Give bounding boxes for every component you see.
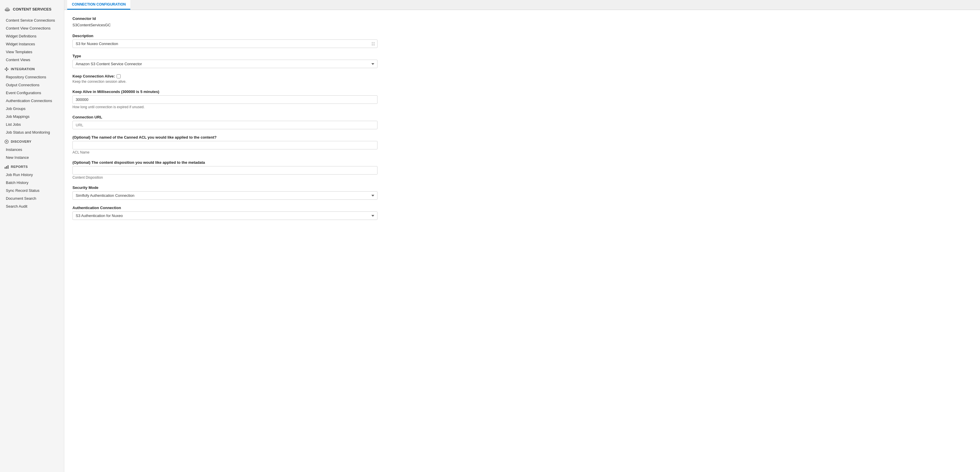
form-area: Connector Id S3ContentServicesGC Descrip…: [64, 10, 386, 232]
keep-alive-ms-field: Keep Alive in Milliseconds (300000 is 5 …: [72, 89, 377, 109]
description-input[interactable]: [72, 40, 377, 48]
sidebar-item-content-service-connections[interactable]: Content Service Connections: [0, 16, 64, 24]
sidebar-item-content-views[interactable]: Content Views: [0, 56, 64, 64]
type-select[interactable]: Amazon S3 Content Service Connector: [72, 60, 377, 68]
description-icon: ☷: [371, 41, 375, 46]
svg-point-9: [6, 141, 7, 142]
sidebar-section-reports: Job Run History Batch History Sync Recor…: [0, 171, 64, 210]
sidebar-item-job-groups[interactable]: Job Groups: [0, 105, 64, 113]
connector-id-field: Connector Id S3ContentServicesGC: [72, 16, 377, 28]
svg-point-2: [6, 7, 9, 9]
brand-icon: [4, 6, 11, 12]
svg-rect-12: [8, 165, 8, 169]
discovery-icon: [4, 139, 9, 144]
sidebar-item-sync-record-status[interactable]: Sync Record Status: [0, 187, 64, 195]
connection-url-label: Connection URL: [72, 115, 377, 119]
auth-connection-select[interactable]: S3 Authentication for Nuxeo: [72, 211, 377, 220]
integration-icon: [4, 67, 9, 71]
sidebar-item-output-connections[interactable]: Output Connections: [0, 81, 64, 89]
sidebar-item-list-jobs[interactable]: List Jobs: [0, 121, 64, 128]
sidebar-item-document-search[interactable]: Document Search: [0, 195, 64, 203]
canned-acl-label: (Optional) The named of the Canned ACL y…: [72, 135, 377, 139]
tab-connection-configuration[interactable]: CONNECTION CONFIGURATION: [67, 0, 130, 10]
content-disposition-hint: Content Disposition: [72, 175, 377, 180]
sidebar-section-discovery: Instances New Instance: [0, 146, 64, 161]
connector-id-label: Connector Id: [72, 16, 377, 21]
keep-alive-field: Keep Connection Alive: Keep the connecti…: [72, 74, 377, 84]
sidebar-item-batch-history[interactable]: Batch History: [0, 179, 64, 187]
connection-url-field: Connection URL: [72, 115, 377, 129]
svg-point-7: [7, 69, 8, 70]
keep-alive-ms-hint: How long until connection is expired if …: [72, 105, 377, 109]
description-field: Description ☷: [72, 33, 377, 48]
sidebar-item-search-audit[interactable]: Search Audit: [0, 203, 64, 210]
content-disposition-field: (Optional) The content disposition you w…: [72, 160, 377, 180]
sidebar-item-view-templates[interactable]: View Templates: [0, 48, 64, 56]
sidebar-section-integration: Repository Connections Output Connection…: [0, 73, 64, 136]
security-mode-select[interactable]: Simflofy Authentication Connection: [72, 191, 377, 200]
acl-name-hint: ACL Name: [72, 150, 377, 155]
sidebar-item-instances[interactable]: Instances: [0, 146, 64, 153]
sidebar-item-widget-instances[interactable]: Widget Instances: [0, 40, 64, 48]
description-label: Description: [72, 33, 377, 38]
canned-acl-input[interactable]: [72, 141, 377, 150]
svg-point-6: [5, 69, 6, 70]
security-mode-label: Security Mode: [72, 185, 377, 190]
auth-connection-field: Authentication Connection S3 Authenticat…: [72, 206, 377, 220]
description-input-wrapper: ☷: [72, 40, 377, 48]
sidebar-section-reports-header: REPORTS: [0, 161, 64, 171]
content-disposition-label: (Optional) The content disposition you w…: [72, 160, 377, 165]
sidebar-item-content-view-connections[interactable]: Content View Connections: [0, 24, 64, 32]
sidebar-section-content-services: Content Service Connections Content View…: [0, 16, 64, 64]
keep-alive-ms-label: Keep Alive in Milliseconds (300000 is 5 …: [72, 89, 377, 94]
sidebar: CONTENT SERVICES Content Service Connect…: [0, 0, 64, 472]
keep-alive-checkbox-row: Keep Connection Alive:: [72, 74, 377, 78]
sidebar-section-integration-header: INTEGRATION: [0, 64, 64, 73]
sidebar-item-event-configurations[interactable]: Event Configurations: [0, 89, 64, 97]
type-field: Type Amazon S3 Content Service Connector: [72, 54, 377, 68]
svg-point-3: [6, 67, 7, 69]
canned-acl-field: (Optional) The named of the Canned ACL y…: [72, 135, 377, 155]
brand-label: CONTENT SERVICES: [13, 7, 51, 11]
sidebar-item-new-instance[interactable]: New Instance: [0, 153, 64, 161]
sidebar-item-repository-connections[interactable]: Repository Connections: [0, 73, 64, 81]
sidebar-item-widget-definitions[interactable]: Widget Definitions: [0, 32, 64, 40]
sidebar-brand: CONTENT SERVICES: [0, 3, 64, 16]
svg-rect-10: [5, 167, 6, 169]
keep-alive-hint: Keep the connection session alive.: [72, 80, 377, 84]
connector-id-value: S3ContentServicesGC: [72, 22, 377, 28]
sidebar-section-discovery-header: DISCOVERY: [0, 136, 64, 146]
keep-alive-checkbox[interactable]: [116, 74, 121, 78]
auth-connection-label: Authentication Connection: [72, 206, 377, 210]
svg-point-4: [6, 70, 7, 71]
svg-rect-11: [6, 166, 7, 169]
type-label: Type: [72, 54, 377, 58]
svg-rect-5: [6, 68, 7, 70]
reports-icon: [4, 164, 9, 169]
connection-url-input[interactable]: [72, 121, 377, 129]
sidebar-item-job-run-history[interactable]: Job Run History: [0, 171, 64, 179]
security-mode-field: Security Mode Simflofy Authentication Co…: [72, 185, 377, 200]
sidebar-item-authentication-connections[interactable]: Authentication Connections: [0, 97, 64, 105]
main-content: CONNECTION CONFIGURATION Connector Id S3…: [64, 0, 980, 472]
keep-alive-ms-input[interactable]: [72, 95, 377, 104]
content-disposition-input[interactable]: [72, 166, 377, 175]
sidebar-item-job-status-monitoring[interactable]: Job Status and Monitoring: [0, 128, 64, 136]
tab-bar: CONNECTION CONFIGURATION: [64, 0, 980, 10]
keep-alive-label: Keep Connection Alive:: [72, 74, 115, 78]
sidebar-item-job-mappings[interactable]: Job Mappings: [0, 113, 64, 121]
